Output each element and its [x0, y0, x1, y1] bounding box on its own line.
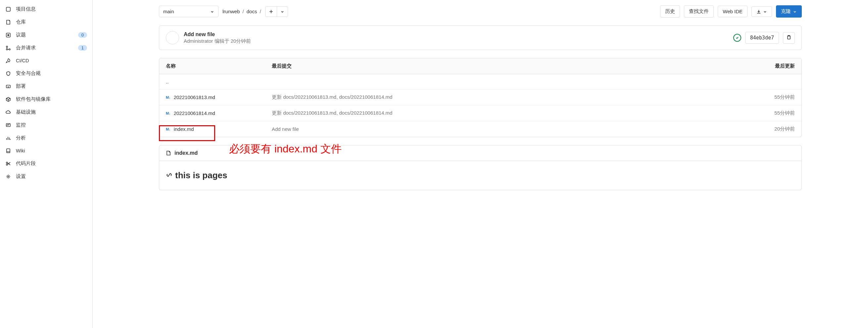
sidebar-item-wiki[interactable]: Wiki — [0, 145, 92, 157]
svg-point-3 — [6, 46, 8, 48]
chevron-down-icon — [210, 10, 214, 13]
monitor-icon — [5, 122, 11, 128]
table-row[interactable]: M↓ 202210061814.md 更新 docs/202210061813.… — [159, 106, 802, 121]
sidebar-item-infra[interactable]: 基础设施 — [0, 106, 92, 119]
sidebar-item-project-info[interactable]: 项目信息 — [0, 3, 92, 16]
svg-rect-0 — [6, 7, 10, 11]
commit-message[interactable]: Add new file — [184, 31, 251, 37]
readme-header: index.md — [159, 145, 802, 161]
svg-point-5 — [9, 49, 10, 50]
gear-icon — [5, 174, 11, 180]
download-button[interactable] — [751, 6, 772, 17]
sidebar: 项目信息 仓库 议题 0 合并请求 1 CI/CD 安全与合规 部署 软件包与镜… — [0, 0, 93, 328]
repo-icon — [5, 19, 11, 25]
sidebar-label: 议题 — [16, 32, 78, 38]
svg-rect-8 — [7, 149, 10, 153]
link-icon[interactable] — [166, 170, 173, 181]
merge-badge: 1 — [78, 45, 87, 51]
main-content: main lrunweb / docs / 历史 查找文件 Web IDE 克隆… — [93, 0, 868, 328]
pipeline-status-icon[interactable] — [733, 34, 741, 42]
markdown-icon: M↓ — [166, 111, 170, 115]
sidebar-item-repo[interactable]: 仓库 — [0, 16, 92, 29]
cloud-icon — [5, 109, 11, 115]
readme-filename: index.md — [175, 150, 198, 156]
scissors-icon — [5, 161, 11, 167]
chevron-down-icon — [277, 7, 288, 16]
svg-point-9 — [6, 162, 8, 163]
sidebar-item-deploy[interactable]: 部署 — [0, 80, 92, 93]
sidebar-label: 基础设施 — [16, 109, 87, 115]
commit-meta: Administrator 编辑于 20分钟前 — [184, 38, 251, 44]
avatar[interactable] — [166, 31, 179, 44]
table-row[interactable]: M↓ 202210061813.md 更新 docs/202210061813.… — [159, 89, 802, 106]
col-name-header: 名称 — [166, 63, 272, 69]
sidebar-label: 代码片段 — [16, 160, 87, 167]
breadcrumb-sep: / — [243, 9, 244, 14]
file-commit-msg: 更新 docs/202210061813.md, docs/2022100618… — [272, 110, 748, 116]
readme-content: this is pages — [159, 161, 802, 190]
file-table: 名称 最后提交 最后更新 .. M↓ 202210061813.md 更新 do… — [159, 58, 802, 137]
sidebar-item-packages[interactable]: 软件包与镜像库 — [0, 93, 92, 106]
toolbar: main lrunweb / docs / 历史 查找文件 Web IDE 克隆 — [159, 5, 802, 18]
parent-dir-row[interactable]: .. — [159, 74, 802, 89]
sidebar-item-merge[interactable]: 合并请求 1 — [0, 41, 92, 54]
deploy-icon — [5, 84, 11, 89]
clone-button[interactable]: 克隆 — [776, 5, 802, 18]
breadcrumb-folder[interactable]: docs — [247, 9, 257, 14]
file-name: 202210061813.md — [174, 94, 215, 100]
sidebar-label: 监控 — [16, 122, 87, 128]
branch-selector[interactable]: main — [159, 6, 218, 17]
breadcrumb-sep: / — [259, 9, 261, 14]
file-time: 20分钟前 — [748, 126, 795, 132]
commit-edited: 编辑于 — [215, 38, 229, 44]
branch-name: main — [163, 9, 174, 14]
sidebar-label: 设置 — [16, 173, 87, 180]
sidebar-label: 仓库 — [16, 19, 87, 25]
last-commit-box: Add new file Administrator 编辑于 20分钟前 84e… — [159, 26, 802, 50]
issues-badge: 0 — [78, 32, 87, 38]
sidebar-item-monitor[interactable]: 监控 — [0, 119, 92, 131]
breadcrumb-root[interactable]: lrunweb — [222, 9, 240, 14]
svg-point-4 — [6, 49, 8, 50]
sidebar-label: CI/CD — [16, 58, 87, 63]
sidebar-label: 项目信息 — [16, 6, 87, 12]
book-icon — [5, 148, 11, 154]
find-file-button[interactable]: 查找文件 — [684, 5, 714, 18]
parent-dir-link: .. — [166, 79, 272, 85]
web-ide-button[interactable]: Web IDE — [718, 6, 747, 17]
file-name: index.md — [174, 126, 194, 132]
add-button[interactable] — [265, 6, 288, 17]
download-icon — [756, 9, 761, 14]
history-button[interactable]: 历史 — [660, 5, 680, 18]
sidebar-label: 分析 — [16, 135, 87, 141]
commit-author[interactable]: Administrator — [184, 38, 213, 44]
col-commit-header: 最后提交 — [272, 63, 748, 69]
sidebar-item-settings[interactable]: 设置 — [0, 170, 92, 183]
sidebar-item-cicd[interactable]: CI/CD — [0, 54, 92, 67]
sidebar-item-issues[interactable]: 议题 0 — [0, 29, 92, 41]
svg-point-10 — [6, 164, 8, 165]
sidebar-label: 合并请求 — [16, 45, 78, 51]
markdown-icon: M↓ — [166, 127, 170, 131]
file-commit-msg: 更新 docs/202210061813.md, docs/2022100618… — [272, 94, 748, 100]
issues-icon — [5, 32, 11, 38]
copy-sha-button[interactable] — [783, 32, 795, 44]
rocket-icon — [5, 58, 11, 64]
sidebar-item-analytics[interactable]: 分析 — [0, 131, 92, 145]
commit-time: 20分钟前 — [231, 38, 251, 44]
sidebar-label: 安全与合规 — [16, 70, 87, 77]
file-name: 202210061814.md — [174, 110, 215, 116]
shield-icon — [5, 70, 11, 77]
sidebar-item-snippets[interactable]: 代码片段 — [0, 157, 92, 170]
package-icon — [5, 96, 11, 102]
file-commit-msg: Add new file — [272, 126, 748, 132]
chevron-down-icon — [763, 10, 767, 13]
clone-label: 克隆 — [781, 8, 791, 14]
sidebar-item-security[interactable]: 安全与合规 — [0, 67, 92, 80]
col-time-header: 最后更新 — [748, 63, 795, 69]
table-row[interactable]: M↓ index.md Add new file 20分钟前 — [159, 121, 802, 137]
commit-sha[interactable]: 84eb3de7 — [745, 32, 779, 44]
svg-point-11 — [8, 176, 9, 177]
svg-point-2 — [8, 34, 9, 36]
clipboard-icon — [786, 35, 791, 40]
